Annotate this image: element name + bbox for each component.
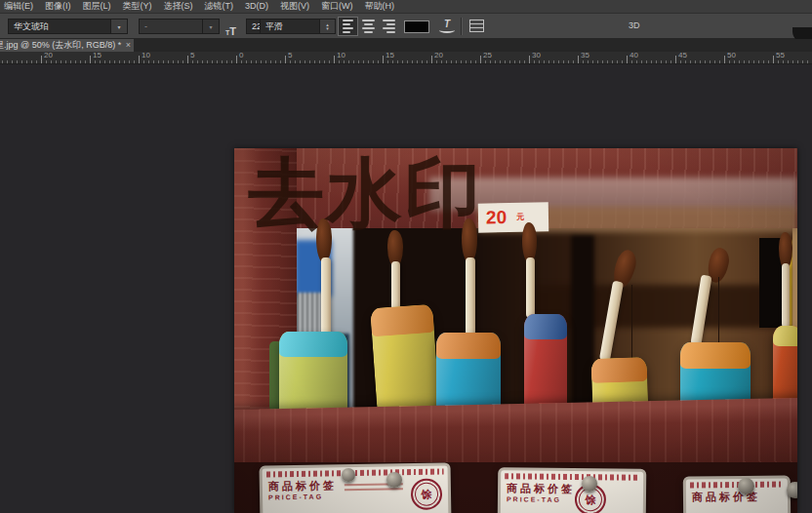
font-style-dropdown-arrow[interactable]: ▾	[203, 19, 220, 34]
menu-item-6[interactable]: 3D(D)	[245, 0, 268, 13]
menu-item-4[interactable]: 选择(S)	[164, 0, 193, 13]
align-right-button[interactable]	[379, 17, 399, 36]
ruler-tick	[109, 60, 110, 63]
price-tag-title: 商品标价签	[268, 479, 337, 493]
price-tag-subtitle: PRICE-TAG	[507, 495, 575, 503]
photo-price-sign: 20元	[478, 202, 549, 232]
ruler-tick	[500, 60, 501, 63]
warp-text-icon[interactable]: T	[439, 20, 455, 34]
anti-alias-method-spinner[interactable]: ▴▾	[320, 19, 336, 34]
ruler-tick-major	[773, 56, 774, 63]
ruler-tick	[714, 60, 715, 63]
menu-bar: 编辑(E)图像(I)图层(L)类型(Y)选择(S)滤镜(T)3D(D)视图(V)…	[0, 0, 812, 14]
ruler-tick	[592, 60, 593, 63]
align-center-button[interactable]	[358, 17, 379, 36]
ruler-tick	[378, 60, 379, 63]
price-tag-card: 商品标价签	[683, 475, 791, 513]
ruler-tick-major	[187, 56, 188, 63]
ruler-tick	[524, 60, 525, 63]
ruler-tick	[646, 60, 647, 63]
menu-item-0[interactable]: 编辑(E)	[4, 0, 33, 13]
menu-item-2[interactable]: 图层(L)	[83, 0, 111, 13]
ruler-tick	[597, 60, 598, 63]
ruler-tick	[407, 60, 408, 63]
ruler-tick	[295, 60, 296, 63]
font-family-dropdown-arrow[interactable]: ▾	[111, 19, 128, 34]
ruler-tick-major	[627, 56, 628, 63]
ruler-tick	[680, 60, 681, 63]
menu-item-5[interactable]: 滤镜(T)	[205, 0, 234, 13]
ruler-tick	[290, 60, 291, 63]
anti-alias-method-field[interactable]: 平滑	[260, 19, 320, 34]
ruler-tick	[134, 60, 135, 63]
ruler-tick	[212, 60, 213, 63]
ruler-tick	[358, 60, 359, 63]
document-tab-bar: 里.jpg @ 50% (去水印, RGB/8) * ×	[0, 39, 812, 52]
document-tab[interactable]: 里.jpg @ 50% (去水印, RGB/8) * ×	[0, 39, 134, 52]
ruler-tick	[56, 60, 57, 63]
ruler-tick	[661, 60, 662, 63]
ruler-tick	[309, 60, 310, 63]
ruler-tick	[61, 60, 61, 63]
ruler-tick	[275, 60, 276, 63]
ruler-tick	[207, 60, 208, 63]
align-left-button[interactable]	[338, 17, 358, 36]
ruler-tick	[124, 60, 125, 63]
photo-stick	[391, 261, 400, 310]
tab-close-icon[interactable]: ×	[123, 39, 131, 51]
price-tag-stamp: 馀	[411, 478, 443, 510]
ruler-tick	[456, 60, 457, 63]
ruler-tick	[763, 60, 764, 63]
ruler-tick	[485, 60, 486, 63]
ruler-label: 15	[93, 52, 102, 59]
ruler-tick	[666, 60, 667, 63]
ruler-tick	[412, 60, 413, 63]
ruler-tick	[719, 60, 720, 63]
ruler-label: 50	[727, 52, 736, 59]
canvas-image[interactable]: 20元 商品标价签 PRICE-TAG 馀	[234, 148, 797, 513]
ruler-tick	[36, 60, 37, 63]
ruler-tick	[183, 60, 183, 63]
ruler-tick	[280, 60, 281, 63]
text-color-swatch[interactable]	[404, 20, 429, 33]
ruler-tick	[217, 60, 218, 63]
ruler-tick	[46, 60, 47, 63]
menu-item-1[interactable]: 图像(I)	[45, 0, 71, 13]
ruler-tick	[758, 60, 759, 63]
ruler-tick	[505, 60, 506, 63]
ruler-tick	[402, 60, 403, 63]
ruler-tick	[51, 60, 52, 63]
ruler-tick	[636, 60, 637, 63]
ruler-tick	[685, 60, 686, 63]
ruler-tick	[246, 60, 247, 63]
ruler-label: 20	[434, 52, 443, 59]
toggle-panels-icon[interactable]	[469, 20, 484, 32]
menu-item-9[interactable]: 帮助(H)	[365, 0, 395, 13]
ruler-tick	[729, 60, 730, 63]
ruler-tick	[85, 60, 86, 63]
ruler-tick	[265, 60, 266, 63]
ruler-tick	[163, 60, 164, 63]
font-style-field[interactable]: -	[139, 19, 203, 34]
menu-item-7[interactable]: 视图(V)	[280, 0, 309, 13]
ruler-tick	[670, 60, 671, 63]
ruler-tick	[539, 60, 540, 63]
ruler-tick	[373, 60, 374, 63]
ruler-tick	[2, 60, 3, 63]
ruler-tick	[446, 60, 447, 63]
price-tag-subtitle: PRICE-TAG	[268, 493, 337, 500]
ruler-tick	[734, 60, 735, 63]
ruler-tick	[231, 60, 232, 63]
ruler[interactable]: 20151050510152025303540455055	[0, 52, 812, 64]
ruler-label: 45	[678, 52, 687, 59]
ruler-tick	[202, 60, 203, 63]
menu-item-3[interactable]: 类型(Y)	[123, 0, 152, 13]
ruler-tick-major	[578, 56, 579, 63]
ruler-label: 20	[44, 52, 53, 59]
menu-item-8[interactable]: 窗口(W)	[321, 0, 353, 13]
ruler-tick	[490, 60, 491, 63]
ruler-tick	[129, 60, 130, 63]
workspace-3d-button[interactable]: 3D	[629, 20, 640, 30]
ruler-tick	[651, 60, 652, 63]
font-family-field[interactable]: 华文琥珀	[8, 19, 111, 34]
